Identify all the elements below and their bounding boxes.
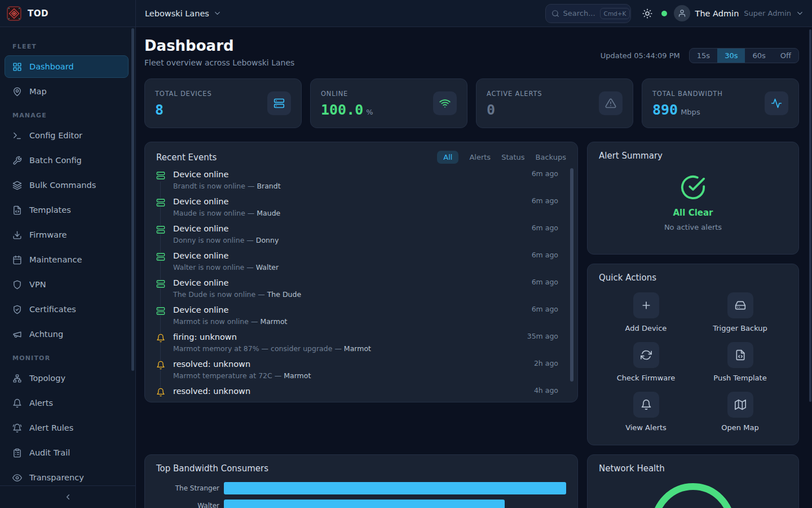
- quick-actions-panel: Quick Actions Add Device Trigger Backup: [587, 264, 799, 445]
- stat-icon: [273, 98, 285, 109]
- page-title: Dashboard: [144, 37, 294, 54]
- sidebar-item-icon: [12, 156, 22, 165]
- sidebar-item-label: Alert Rules: [29, 423, 73, 432]
- refresh-interval-option[interactable]: 15s: [690, 49, 717, 63]
- search-input[interactable]: [563, 9, 596, 17]
- event-row[interactable]: Device online The Dude is now online — T…: [156, 278, 566, 305]
- event-row[interactable]: firing: unknown Marmot memory at 87% — c…: [156, 332, 566, 359]
- quick-action-button[interactable]: Push Template: [693, 342, 787, 382]
- event-subtitle: Marmot memory at 87% — consider upgrade …: [173, 344, 519, 353]
- refresh-interval-option[interactable]: Off: [773, 49, 798, 63]
- bandwidth-panel: Top Bandwidth Consumers The Stranger Wal…: [144, 454, 578, 508]
- event-row[interactable]: Device online Donny is now online — Donn…: [156, 224, 566, 251]
- stat-label: ONLINE: [321, 90, 373, 98]
- main-scrollbar[interactable]: [809, 29, 811, 402]
- alert-summary-detail: No active alerts: [664, 223, 722, 231]
- sidebar-item[interactable]: Alerts: [5, 392, 129, 414]
- sidebar-item[interactable]: Config Editor: [5, 124, 129, 147]
- brand-name: TOD: [28, 8, 48, 19]
- sidebar-item-icon: [12, 255, 22, 265]
- quick-action-icon: [641, 300, 652, 311]
- alert-summary-status: All Clear: [673, 208, 713, 218]
- user-menu-chevron-icon[interactable]: [796, 9, 804, 17]
- sidebar-item[interactable]: VPN: [5, 273, 129, 296]
- quick-action-button[interactable]: Add Device: [599, 292, 693, 332]
- event-row[interactable]: Device online Maude is now online — Maud…: [156, 196, 566, 224]
- stat-value: 100.0: [321, 103, 363, 117]
- events-scrollbar[interactable]: [570, 168, 573, 382]
- event-filter-tab[interactable]: Backups: [536, 153, 566, 161]
- sidebar-scrollbar[interactable]: [131, 28, 134, 371]
- sidebar-item-icon: [12, 62, 22, 72]
- org-switcher[interactable]: Lebowski Lanes: [136, 9, 222, 18]
- sidebar-item[interactable]: Certificates: [5, 298, 129, 321]
- event-filter-tab[interactable]: All: [437, 151, 458, 164]
- search-box[interactable]: Cmd+K: [545, 4, 631, 23]
- event-row[interactable]: Device online Brandt is now online — Bra…: [156, 169, 566, 196]
- refresh-interval-option[interactable]: 60s: [745, 49, 773, 63]
- quick-action-button[interactable]: Check Firmware: [599, 342, 693, 382]
- sidebar-item[interactable]: Audit Trail: [5, 441, 129, 464]
- sidebar-item-label: Batch Config: [29, 156, 82, 165]
- quick-action-label: Add Device: [625, 324, 667, 332]
- stat-value: 8: [155, 103, 164, 117]
- quick-action-button[interactable]: Open Map: [693, 392, 787, 432]
- sidebar-item[interactable]: Transparency: [5, 466, 129, 485]
- sidebar-item[interactable]: Dashboard: [5, 55, 129, 78]
- event-time: 2h ago: [534, 359, 566, 386]
- event-time: 6m ago: [532, 224, 566, 251]
- event-subtitle: The Dude is now online — The Dude: [173, 290, 524, 299]
- sidebar-item[interactable]: Achtung: [5, 323, 129, 345]
- stat-icon-chip: [599, 91, 623, 115]
- event-title: Device online: [173, 278, 524, 288]
- sidebar-section-monitor: MONITOR: [12, 354, 129, 362]
- sun-icon[interactable]: [642, 8, 652, 19]
- sidebar-item-icon: [12, 205, 22, 215]
- event-subtitle: Donny is now online — Donny: [173, 236, 524, 244]
- event-type-icon: [156, 306, 165, 316]
- chevron-down-icon: [213, 9, 222, 17]
- bandwidth-bar-label: Walter: [156, 502, 219, 508]
- sidebar-item-label: Achtung: [29, 330, 63, 339]
- avatar[interactable]: [674, 5, 690, 21]
- sidebar-item[interactable]: Batch Config: [5, 149, 129, 172]
- sidebar-item[interactable]: Firmware: [5, 224, 129, 246]
- sidebar-item[interactable]: Bulk Commands: [5, 174, 129, 196]
- sidebar-item[interactable]: Templates: [5, 199, 129, 221]
- event-row[interactable]: Device online Marmot is now online — Mar…: [156, 305, 566, 332]
- event-device-name: The Dude: [267, 290, 301, 299]
- quick-action-button[interactable]: Trigger Backup: [693, 292, 787, 332]
- stat-icon-chip: [267, 91, 291, 115]
- event-type-icon: [156, 388, 165, 397]
- sidebar-item-label: Dashboard: [29, 62, 74, 71]
- sidebar-item-label: Transparency: [29, 473, 84, 482]
- event-subtitle: Marmot temperature at 72C — Marmot: [173, 371, 526, 380]
- quick-action-icon: [735, 300, 746, 311]
- event-row[interactable]: resolved: unknown Marmot temperature at …: [156, 359, 566, 386]
- event-time: 6m ago: [532, 169, 566, 196]
- quick-action-icon: [641, 399, 652, 410]
- sidebar-item-label: Audit Trail: [29, 448, 70, 457]
- sidebar-collapse-button[interactable]: [0, 485, 135, 508]
- event-title: Device online: [173, 305, 524, 315]
- sidebar-section-manage: MANAGE: [12, 112, 129, 119]
- stat-icon: [439, 98, 451, 109]
- sidebar-item[interactable]: Topology: [5, 367, 129, 389]
- network-health-panel: Network Health 100: [587, 454, 799, 508]
- event-row[interactable]: resolved: unknown 4h ago: [156, 386, 566, 402]
- event-type-icon: [156, 252, 165, 261]
- sidebar-item[interactable]: Map: [5, 80, 129, 103]
- event-type-icon: [156, 225, 165, 234]
- sidebar-item[interactable]: Maintenance: [5, 248, 129, 271]
- event-title: resolved: unknown: [173, 359, 526, 369]
- event-row[interactable]: Device online Walter is now online — Wal…: [156, 251, 566, 278]
- refresh-interval-option[interactable]: 30s: [717, 49, 745, 63]
- event-type-icon: [156, 171, 165, 180]
- stat-label: TOTAL BANDWIDTH: [652, 90, 723, 98]
- event-filter-tab[interactable]: Status: [501, 153, 524, 161]
- event-filter-tab[interactable]: Alerts: [469, 153, 491, 161]
- event-type-icon: [156, 334, 165, 343]
- quick-action-button[interactable]: View Alerts: [599, 392, 693, 432]
- bandwidth-bar: [224, 500, 505, 508]
- sidebar-item[interactable]: Alert Rules: [5, 417, 129, 439]
